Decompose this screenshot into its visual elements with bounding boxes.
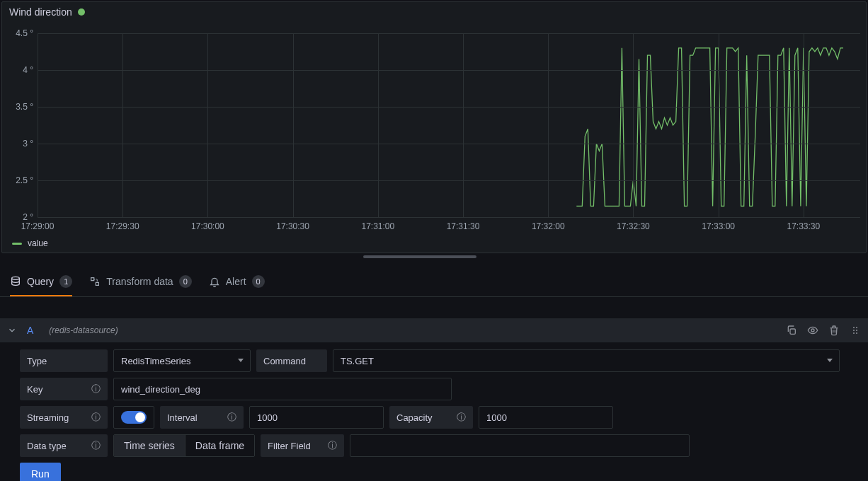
tab-alert[interactable]: Alert 0 [209, 267, 265, 296]
x-tick-label: 17:33:00 [702, 221, 735, 231]
tab-query-count: 1 [59, 275, 72, 288]
command-select[interactable]: TS.GET [333, 349, 840, 372]
x-tick-label: 17:32:00 [532, 221, 565, 231]
x-tick-label: 17:31:30 [447, 221, 480, 231]
datatype-segmented: Time series Data frame [113, 434, 255, 457]
tab-query-label: Query [27, 276, 54, 287]
drag-handle-icon[interactable] [850, 325, 861, 336]
tab-alert-label: Alert [226, 276, 246, 287]
bell-icon [209, 276, 220, 287]
x-tick-label: 17:30:30 [276, 221, 309, 231]
eye-icon[interactable] [807, 325, 818, 336]
label-key: Key ⓘ [20, 378, 108, 400]
svg-rect-1 [790, 329, 795, 334]
y-tick-label: 3.5 ° [16, 102, 33, 112]
x-tick-label: 17:30:00 [191, 221, 224, 231]
x-tick-label: 17:29:00 [21, 221, 55, 231]
info-icon[interactable]: ⓘ [91, 411, 101, 424]
label-filterfield: Filter Field ⓘ [261, 434, 344, 457]
query-row-a: A (redis-datasource) Type RedisTimeSerie… [0, 318, 868, 481]
query-row-header[interactable]: A (redis-datasource) [0, 318, 868, 342]
x-tick-label: 17:29:30 [106, 221, 139, 231]
svg-point-4 [856, 327, 857, 328]
x-tick-label: 17:33:30 [787, 221, 821, 231]
info-icon[interactable]: ⓘ [457, 411, 466, 424]
duplicate-icon[interactable] [786, 325, 797, 336]
tab-transform[interactable]: Transform data 0 [89, 267, 192, 296]
svg-point-2 [811, 329, 814, 332]
key-input[interactable] [113, 378, 452, 400]
y-tick-label: 4 ° [23, 65, 33, 75]
y-tick-label: 2 ° [23, 212, 33, 222]
datatype-timeseries[interactable]: Time series [114, 435, 185, 456]
editor-tabs: Query 1 Transform data 0 Alert 0 [0, 267, 868, 297]
y-tick-label: 4.5 ° [16, 28, 33, 38]
y-tick-label: 3 ° [23, 139, 33, 149]
info-icon[interactable]: ⓘ [91, 439, 101, 452]
tab-transform-count: 0 [179, 275, 192, 288]
legend-swatch-icon [12, 243, 22, 245]
y-tick-label: 2.5 ° [16, 175, 33, 185]
svg-point-6 [856, 330, 857, 331]
svg-point-8 [856, 332, 857, 334]
info-icon[interactable]: ⓘ [328, 439, 337, 452]
svg-point-7 [853, 332, 855, 334]
y-axis: 2 °2.5 °3 °3.5 °4 °4.5 ° [2, 33, 38, 217]
label-command: Command [256, 349, 327, 372]
query-ref-letter[interactable]: A [27, 325, 33, 336]
datatype-dataframe[interactable]: Data frame [185, 435, 254, 456]
svg-point-0 [12, 277, 20, 279]
svg-point-3 [853, 327, 855, 328]
x-tick-label: 17:31:00 [361, 221, 394, 231]
datasource-name: (redis-datasource) [49, 325, 118, 335]
chart-plot-area[interactable] [38, 33, 860, 217]
chart-panel: Wind direction 2 °2.5 °3 °3.5 °4 °4.5 ° … [1, 1, 867, 253]
capacity-input[interactable] [479, 406, 613, 429]
label-type: Type [20, 349, 108, 372]
panel-header[interactable]: Wind direction [2, 2, 866, 22]
query-editor: Query 1 Transform data 0 Alert 0 A (redi… [0, 267, 868, 481]
panel-title: Wind direction [9, 6, 72, 18]
chart-line-series [38, 33, 860, 217]
legend-label: value [28, 238, 48, 248]
status-dot-icon [78, 8, 85, 16]
label-datatype: Data type ⓘ [20, 434, 108, 457]
interval-input[interactable] [249, 406, 384, 429]
database-icon [10, 276, 21, 287]
transform-icon [89, 276, 101, 287]
tab-transform-label: Transform data [106, 276, 173, 287]
type-select[interactable]: RedisTimeSeries [113, 349, 251, 372]
info-icon[interactable]: ⓘ [91, 383, 101, 395]
x-tick-label: 17:32:30 [617, 221, 650, 231]
chart-legend[interactable]: value [12, 238, 48, 248]
horizontal-scrollbar[interactable] [363, 255, 476, 258]
label-streaming: Streaming ⓘ [20, 406, 108, 429]
tab-alert-count: 0 [252, 275, 265, 288]
label-capacity: Capacity ⓘ [389, 406, 473, 429]
trash-icon[interactable] [828, 325, 840, 336]
streaming-toggle-wrap [113, 406, 154, 429]
x-axis: 17:29:0017:29:3017:30:0017:30:3017:31:00… [38, 219, 860, 233]
query-row-actions [786, 325, 861, 336]
run-button[interactable]: Run [20, 463, 61, 481]
filter-field-input[interactable] [350, 434, 690, 457]
tab-query[interactable]: Query 1 [10, 267, 72, 296]
info-icon[interactable]: ⓘ [227, 411, 236, 424]
streaming-toggle[interactable] [121, 411, 147, 424]
svg-point-5 [853, 330, 855, 331]
chevron-down-icon[interactable] [7, 325, 17, 335]
label-interval: Interval ⓘ [160, 406, 244, 429]
